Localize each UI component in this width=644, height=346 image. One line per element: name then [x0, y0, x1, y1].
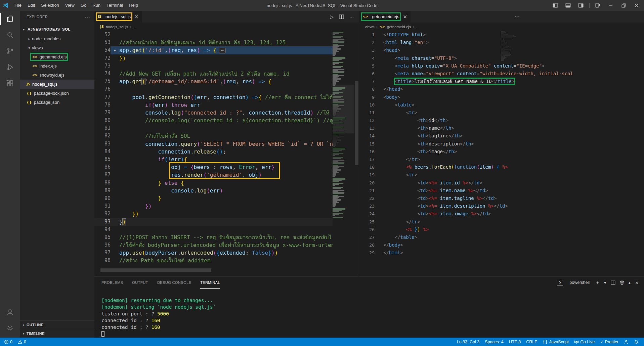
extensions-icon[interactable] [0, 75, 20, 91]
tree-item-node_modules[interactable]: ▸node_modules [20, 34, 94, 43]
panel-tab-debug-console[interactable]: DEBUG CONSOLE [157, 277, 191, 289]
status-go-live[interactable]: Go Live [571, 339, 597, 344]
customize-layout-icon[interactable] [592, 0, 604, 10]
code-line[interactable]: 15 <th>description</th> [359, 140, 644, 148]
breadcrumb-item[interactable]: getnameid.ejs [387, 25, 411, 29]
code-line[interactable]: 9<body> [359, 93, 644, 101]
code-line[interactable]: 81 [94, 124, 333, 132]
code-line[interactable]: 24 <td><%= item.image %></td> [359, 210, 644, 218]
code-line[interactable]: 95//(1)POST ทำการ INSERT --> req รับข้อม… [94, 233, 333, 241]
code-line[interactable]: 93}) [94, 218, 333, 226]
code-line[interactable]: 94 [94, 226, 333, 233]
editor-group-left[interactable]: JSnodejs_sql.js×▷⋯JSnodejs_sql.js›...525… [94, 11, 359, 276]
menu-go[interactable]: Go [78, 0, 89, 11]
breadcrumb-item[interactable]: nodejs_sql.js [106, 25, 128, 29]
editor-content-right[interactable]: 1<!DOCTYPE html>2<html lang="en">3<head>… [359, 31, 644, 276]
panel-tab-terminal[interactable]: TERMINAL [200, 277, 220, 289]
code-line[interactable]: 88 } else { [94, 179, 333, 187]
new-terminal-icon[interactable]: ＋ [595, 279, 600, 286]
code-line[interactable]: 12 <th>id</th> [359, 117, 644, 124]
code-line[interactable]: 13 <th>name</th> [359, 124, 644, 132]
minimap[interactable] [333, 31, 354, 224]
status-eol[interactable]: CRLF [523, 339, 540, 344]
code-line[interactable]: 87 res.render('getnameid', obj) [94, 171, 333, 179]
tab-nodejs_sql-js[interactable]: JSnodejs_sql.js× [94, 11, 142, 23]
toggle-sidebar-icon[interactable] [550, 0, 561, 10]
code-line[interactable]: 84 connection.release(); [94, 148, 333, 156]
status-language-mode[interactable]: {}JavaScript [540, 339, 571, 344]
menu-edit[interactable]: Edit [25, 0, 38, 11]
explorer-more-actions-icon[interactable]: ··· [85, 14, 90, 19]
tree-item-index-ejs[interactable]: <>index.ejs [20, 61, 94, 71]
code-line[interactable]: 10 <table> [359, 101, 644, 109]
code-line[interactable]: 76 [94, 85, 333, 93]
close-tab-icon[interactable]: × [134, 14, 139, 20]
code-line[interactable]: 19 <tr> [359, 171, 644, 179]
run-and-debug-icon[interactable] [0, 59, 20, 75]
code-line[interactable]: 80 //console.log(`connected id : ${conne… [94, 117, 333, 124]
code-line[interactable]: 29</html> [359, 249, 644, 257]
code-line[interactable]: 89 console.log(err) [94, 187, 333, 194]
code-line[interactable]: 25 </tr> [359, 218, 644, 226]
code-line[interactable]: 28</body> [359, 241, 644, 249]
tree-item-package-json[interactable]: {}package.json [20, 98, 94, 107]
status-prettier[interactable]: ✓Prettier [597, 339, 621, 344]
terminal-dropdown-icon[interactable]: ▾ [604, 280, 606, 285]
tree-item-getnameid-ejs[interactable]: <>getnameid.ejs [20, 52, 94, 61]
code-line[interactable]: 17 </tr> [359, 156, 644, 163]
code-line[interactable]: 18 <% beers.forEach(function(item) { %> [359, 163, 644, 171]
breadcrumb-left[interactable]: JSnodejs_sql.js›... [94, 23, 359, 31]
code-line[interactable]: 14 <th>tagline</th> [359, 132, 644, 140]
code-line[interactable]: 74//Add New GET เปลี่ยน path และใส่ตัวแป… [94, 70, 333, 78]
status-encoding[interactable]: UTF-8 [506, 339, 523, 344]
code-line[interactable]: 54▸app.get('/:id',(req, res) => {⋯ [94, 46, 333, 54]
code-line[interactable]: 72}) [94, 54, 333, 62]
scrollbar-thumb[interactable] [100, 268, 211, 272]
status-feedback[interactable] [621, 339, 631, 344]
code-line[interactable]: 7 <title>โรงเบียร์ไทยแลนด์ Get Name & ID… [359, 78, 644, 85]
toggle-secondary-sidebar-icon[interactable] [575, 0, 587, 10]
terminal-output[interactable]: [nodemon] restarting due to changes...[n… [94, 289, 644, 337]
fold-chevron-icon[interactable]: ▸ [111, 46, 119, 54]
code-line[interactable]: 90 } [94, 194, 333, 202]
code-line[interactable]: 22 <td><%= item.tagline %></td> [359, 194, 644, 202]
breadcrumb-item[interactable]: ... [416, 25, 419, 29]
scrollbar-thumb[interactable] [355, 81, 358, 165]
code-line[interactable]: 82 //แก้ไขคำสั่ง SQL [94, 132, 333, 140]
panel-tab-problems[interactable]: PROBLEMS [101, 277, 123, 289]
code-line[interactable]: 20 <td><%= item.id %></td> [359, 179, 644, 187]
breadcrumb-item[interactable]: ... [133, 25, 136, 29]
code-line[interactable]: 73 [94, 62, 333, 70]
code-line[interactable]: 5 <meta http-equiv="X-UA-Compatible" con… [359, 62, 644, 70]
code-line[interactable]: 53//สร้างหน้าย่อย ดึงข้อมูลเฉพาะ id ที่ต… [94, 39, 333, 46]
more-actions-icon[interactable]: ⋯ [349, 14, 354, 19]
close-window-icon[interactable] [631, 0, 642, 10]
code-line[interactable]: 6 <meta name="viewport" content="width=d… [359, 70, 644, 78]
minimap-viewport[interactable] [333, 85, 354, 133]
sidebar-section-timeline[interactable]: ▸TIMELINE [20, 329, 94, 338]
horizontal-scrollbar[interactable] [94, 268, 333, 272]
code-line[interactable]: 27 </table> [359, 233, 644, 241]
code-line[interactable]: 52 [94, 31, 333, 39]
code-line[interactable]: 21 <td><%= item.name %></td> [359, 187, 644, 194]
code-line[interactable]: 96//ใช้คำสั่ง bodyParser.urlencoded เพื่… [94, 241, 333, 249]
settings-icon[interactable] [0, 320, 20, 336]
tab-getnameid-ejs[interactable]: <>getnameid.ejs× [359, 11, 411, 23]
status-errors-count[interactable]: 0 [1, 340, 15, 344]
menu-selection[interactable]: Selection [38, 0, 62, 11]
code-line[interactable]: 11 <tr> [359, 109, 644, 117]
menu-run[interactable]: Run [89, 0, 103, 11]
restore-icon[interactable] [618, 0, 629, 10]
maximize-panel-icon[interactable]: ▴ [629, 280, 631, 285]
code-line[interactable]: 83 connection.query('SELECT * FROM beers… [94, 140, 333, 148]
breadcrumb-item[interactable]: views [365, 25, 375, 29]
minimize-icon[interactable] [605, 0, 616, 10]
sidebar-section-outline[interactable]: ▸OUTLINE [20, 320, 94, 329]
code-line[interactable]: 8</head> [359, 85, 644, 93]
close-panel-icon[interactable]: × [635, 280, 639, 285]
status-indentation[interactable]: Spaces: 4 [482, 339, 506, 344]
more-actions-icon[interactable]: ⋯ [514, 13, 520, 20]
code-line[interactable]: 86 obj = {beers : rows, Error, err} [94, 163, 333, 171]
folded-region-badge[interactable]: ⋯ [219, 48, 226, 53]
terminal-shell-label[interactable]: powershell [569, 280, 590, 285]
